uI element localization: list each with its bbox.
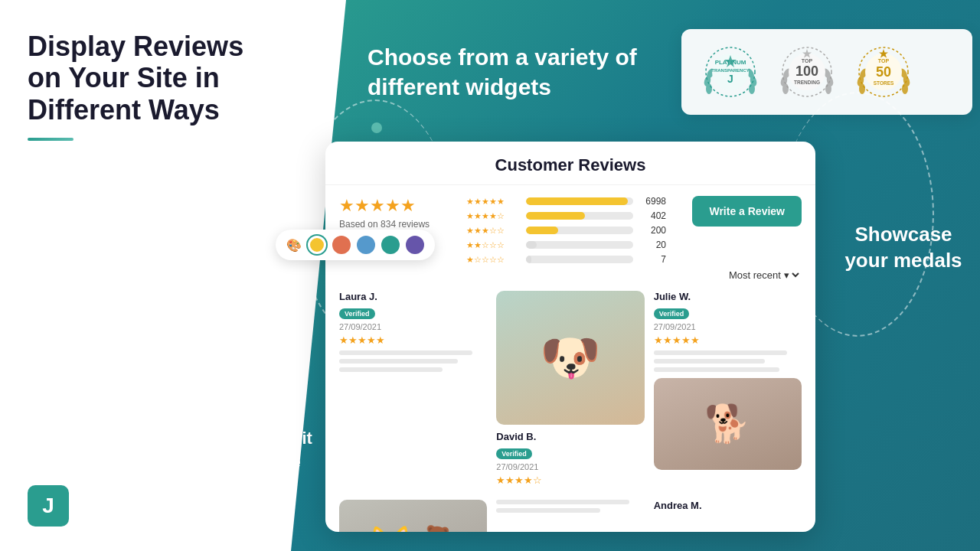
bar-3-count: 200: [639, 225, 666, 236]
badge-laurel-top50: TOP 50 STORES: [853, 41, 914, 103]
badge-svg-top50: TOP 50 STORES: [853, 41, 914, 103]
badge-top100: TOP 100 TRENDING: [776, 41, 838, 103]
reviews-grid: Laura J. Verified 27/09/2021 ★★★★★ 🐶 Dav…: [339, 291, 802, 532]
badge-top50: TOP 50 STORES: [853, 41, 914, 103]
review-date-julie: 27/09/2021: [654, 322, 802, 331]
bar-1-track: [526, 256, 633, 263]
review-image-small-dog: 🐕: [654, 378, 802, 470]
sort-row: Most recent ▾ Highest rated Lowest rated: [339, 269, 802, 282]
palette-icon: 🎨: [286, 238, 302, 253]
bar-row-4: ★★★★☆ 402: [466, 210, 680, 221]
review-card-cat: 🐱🧸: [339, 500, 487, 532]
puppy-emoji: 🐶: [540, 329, 601, 386]
review-line-2: [339, 359, 458, 364]
svg-text:STORES: STORES: [874, 80, 894, 86]
bar-4-count: 402: [639, 210, 666, 221]
review-image-puppy: 🐶: [496, 291, 644, 425]
widget-header: Customer Reviews: [325, 142, 815, 185]
svg-point-27: [859, 83, 865, 94]
heading-line1: Display Reviews: [28, 31, 243, 62]
review-card-center-image: 🐶 David B. Verified 27/09/2021 ★★★★☆: [496, 291, 644, 491]
svg-text:50: 50: [876, 64, 891, 80]
svg-text:TRENDING: TRENDING: [794, 80, 820, 85]
bar-4-track: [526, 212, 633, 220]
review-stars-laura: ★★★★★: [339, 334, 487, 346]
bar-3-stars: ★★★☆☆: [466, 226, 520, 236]
bar-1-count: 7: [639, 254, 666, 265]
bar-2-count: 20: [639, 240, 666, 250]
bar-2-stars: ★★☆☆☆: [466, 240, 520, 250]
color-blue[interactable]: [357, 236, 375, 254]
main-heading: Display Reviews on Your Site in Differen…: [28, 31, 288, 126]
overall-rating: ★★★★★ Based on 834 reviews: [339, 196, 454, 230]
david-line-2: [496, 508, 599, 513]
color-yellow[interactable]: [308, 236, 326, 254]
customize-text: Customize and tailor it to your theme st…: [130, 427, 314, 474]
bar-4-stars: ★★★★☆: [466, 211, 520, 221]
color-purple[interactable]: [406, 236, 424, 254]
bar-4-fill: [526, 212, 585, 220]
big-stars: ★★★★★: [339, 196, 416, 216]
color-teal[interactable]: [381, 236, 400, 254]
bar-row-2: ★★☆☆☆ 20: [466, 240, 680, 250]
widget-card: Customer Reviews ★★★★★ Based on 834 revi…: [325, 142, 815, 532]
review-date-laura: 27/09/2021: [339, 322, 487, 331]
verified-badge-david: Verified: [496, 448, 532, 459]
logo-letter: J: [42, 494, 54, 518]
badges-area: PLATINUM TRANSPARENCY J TOP: [681, 29, 972, 115]
review-date-david: 27/09/2021: [496, 462, 644, 471]
bar-1-stars: ★☆☆☆☆: [466, 255, 520, 265]
reviewer-name-david: David B.: [496, 431, 644, 442]
bar-3-track: [526, 227, 633, 234]
julie-line-3: [654, 367, 779, 372]
heading-line2: on Your Site in: [28, 62, 220, 93]
david-line-1: [496, 500, 629, 504]
review-card-david-lines: [496, 500, 644, 532]
svg-point-3: [706, 83, 712, 94]
accent-line: [28, 138, 74, 141]
badge-platinum: PLATINUM TRANSPARENCY J: [700, 41, 761, 103]
svg-text:TOP: TOP: [878, 58, 890, 64]
svg-text:TOP: TOP: [802, 58, 813, 64]
julie-line-2: [654, 359, 765, 364]
color-orange[interactable]: [332, 236, 351, 254]
reviewer-name-andrea: Andrea M.: [654, 500, 802, 511]
review-line-3: [339, 367, 443, 372]
bar-5-track: [526, 197, 633, 205]
bar-2-fill: [526, 241, 537, 249]
rating-bars: ★★★★★ 6998 ★★★★☆ 402 ★★★☆☆ 200 ★★☆☆☆: [466, 196, 680, 269]
verified-badge-laura: Verified: [339, 308, 375, 319]
small-dog-emoji: 🐕: [704, 403, 750, 445]
bar-row-3: ★★★☆☆ 200: [466, 225, 680, 236]
rating-right: Write a Review: [692, 196, 802, 227]
write-review-button[interactable]: Write a Review: [692, 196, 802, 227]
review-card-andrea: Andrea M.: [654, 500, 802, 532]
svg-point-15: [782, 83, 789, 94]
bar-1-fill: [526, 256, 531, 263]
svg-point-6: [749, 83, 755, 94]
svg-text:100: 100: [795, 64, 818, 79]
color-picker[interactable]: 🎨: [276, 230, 435, 260]
bar-2-track: [526, 241, 633, 249]
svg-text:J: J: [727, 73, 733, 85]
j-logo: J: [28, 485, 69, 527]
left-content: Display Reviews on Your Site in Differen…: [28, 31, 288, 164]
badge-svg-top100: TOP 100 TRENDING: [776, 41, 838, 103]
showcase-medals-text: Showcase your medals: [842, 222, 965, 274]
customize-text-content: Customize and tailor it to your theme st…: [132, 429, 312, 471]
cat-teddy-emoji: 🐱🧸: [368, 524, 459, 532]
badge-laurel-platinum: PLATINUM TRANSPARENCY J: [700, 41, 761, 103]
review-card-laura: Laura J. Verified 27/09/2021 ★★★★★: [339, 291, 487, 491]
svg-point-30: [902, 83, 908, 94]
review-stars-julie: ★★★★★: [654, 334, 802, 346]
showcase-text-content: Showcase your medals: [844, 223, 962, 272]
bar-row-5: ★★★★★ 6998: [466, 196, 680, 207]
widget-title: Customer Reviews: [341, 155, 800, 175]
choose-text: Choose from a variety of different widge…: [368, 42, 674, 102]
svg-point-18: [825, 83, 831, 94]
sort-select[interactable]: Most recent ▾ Highest rated Lowest rated: [726, 269, 802, 282]
bar-3-fill: [526, 227, 558, 234]
review-stars-david: ★★★★☆: [496, 474, 644, 486]
bar-row-1: ★☆☆☆☆ 7: [466, 254, 680, 265]
bar-5-fill: [526, 197, 628, 205]
